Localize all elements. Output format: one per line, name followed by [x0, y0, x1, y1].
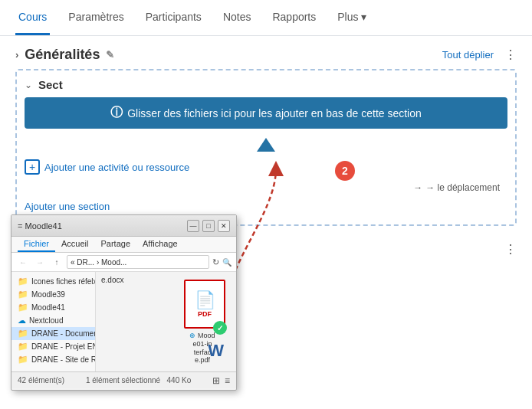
sidebar-item-1[interactable]: 📁 Moodle39	[11, 288, 95, 301]
generalites-menu-icon[interactable]: ⋮	[504, 47, 517, 62]
up-icon: ↑	[55, 258, 59, 267]
add-activity-row[interactable]: + Ajouter une activité ou ressource	[25, 155, 507, 179]
close-icon: ✕	[221, 222, 227, 230]
badge-2-text: 2	[342, 165, 348, 177]
badge-2: 2	[335, 161, 355, 181]
folder-icon: 📁	[18, 276, 28, 286]
back-button[interactable]: ←	[16, 255, 30, 269]
generalites-header: › Généralités ✎ Tout déplier ⋮	[15, 36, 517, 69]
section-chevron-icon[interactable]: ⌄	[25, 80, 32, 90]
pdf-filename: ⊕ Moode01-interface.pdf	[172, 332, 233, 365]
forward-button[interactable]: →	[33, 255, 47, 269]
forward-icon: →	[36, 258, 44, 267]
status-selected: 1 élément sélectionné 440 Ko	[86, 376, 191, 384]
nav-rapports-label: Rapports	[272, 11, 316, 23]
sidebar-label-0: Icones fiches réfelxes	[31, 277, 95, 286]
file-explorer-main: e.docx 📄 PDF ✓ ⊕ Moode01-interface.pdf W	[96, 272, 236, 371]
sidebar-label-nc: Nextcloud	[29, 316, 63, 325]
sidebar-label-5: DRANE - Projet ENT et plateforn	[31, 342, 95, 351]
tab-affichage[interactable]: Affichage	[136, 237, 184, 252]
file-explorer-window: = Moodle41 — □ ✕ Fichier Accueil Partage…	[11, 214, 237, 391]
folder-icon: 📁	[18, 355, 28, 365]
refresh-button[interactable]: ↻	[212, 257, 219, 267]
arrow-area: → → le déplacement	[25, 179, 507, 196]
file-explorer-titlebar: = Moodle41 — □ ✕	[11, 215, 236, 237]
sidebar-item-2[interactable]: 📁 Moodle41	[11, 301, 95, 314]
add-section-link[interactable]: Ajouter une section	[25, 196, 507, 217]
file-explorer-sidebar: 📁 Icones fiches réfelxes 📁 Moodle39 📁 Mo…	[11, 272, 96, 371]
sidebar-item-nextcloud[interactable]: ☁ Nextcloud	[11, 314, 95, 327]
search-icon: 🔍	[222, 258, 232, 267]
sidebar-label-4: DRANE - Documentation partag	[31, 329, 95, 338]
window-controls: — □ ✕	[187, 220, 230, 232]
folder-icon: 📁	[18, 342, 28, 352]
pdf-acrobat-icon: 📄	[195, 290, 215, 310]
sidebar-item-4[interactable]: 📁 DRANE - Documentation partag	[11, 327, 95, 340]
maximize-icon: □	[206, 222, 210, 230]
folder-icon: 📁	[18, 329, 28, 339]
sidebar-item-5[interactable]: 📁 DRANE - Projet ENT et plateforn	[11, 340, 95, 353]
maximize-button[interactable]: □	[202, 220, 215, 232]
tout-deplier-link[interactable]: Tout déplier	[442, 49, 494, 61]
status-selected-text: 1 élément sélectionné	[86, 376, 160, 384]
path-box[interactable]: « DR... › Mood...	[67, 255, 209, 269]
sidebar-label-2: Moodle41	[31, 303, 65, 312]
section-box: ⌄ Sect ⓘ Glisser des fichiers ici pour l…	[15, 69, 517, 226]
path-text: « DR... › Mood...	[71, 258, 126, 267]
list-view-icon[interactable]: ≡	[225, 375, 230, 386]
grid-view-icon[interactable]: ⊞	[212, 375, 220, 386]
chevron-right-icon: ›	[15, 49, 18, 61]
minimize-button[interactable]: —	[187, 220, 199, 232]
tab-affichage-label: Affichage	[143, 239, 178, 248]
tab-partage[interactable]: Partage	[94, 237, 136, 252]
file-item-docx[interactable]: e.docx	[99, 275, 126, 285]
up-arrow-indicator	[25, 135, 507, 155]
nav-cours-label: Cours	[18, 11, 47, 23]
sidebar-item-0[interactable]: 📁 Icones fiches réfelxes	[11, 275, 95, 288]
drag-tooltip: ⓘ Glisser des fichiers ici pour les ajou…	[25, 97, 507, 129]
section-inner-row: ⌄ Sect	[25, 78, 507, 91]
folder-icon: 📁	[18, 290, 28, 299]
nav-participants-label: Participants	[146, 11, 202, 23]
tab-accueil-label: Accueil	[61, 239, 88, 248]
add-activity-plus-btn[interactable]: +	[25, 159, 40, 175]
word-file-icon[interactable]: W	[208, 341, 224, 361]
file-docx-label: e.docx	[101, 276, 123, 284]
tab-accueil[interactable]: Accueil	[55, 237, 94, 252]
edit-icon[interactable]: ✎	[106, 49, 114, 61]
tab-partage-label: Partage	[100, 239, 130, 248]
status-size-text: 440 Ko	[167, 376, 192, 384]
close-button[interactable]: ✕	[218, 220, 230, 232]
nav-cours[interactable]: Cours	[15, 0, 50, 35]
generalites-title-text: Généralités	[25, 47, 100, 63]
pdf-label-text: PDF	[198, 310, 212, 318]
top-navigation: Cours Paramètres Participants Notes Rapp…	[0, 0, 532, 36]
nav-rapports[interactable]: Rapports	[269, 0, 319, 35]
chevron-down-icon: ▾	[361, 11, 366, 23]
section2-menu-icon[interactable]: ⋮	[504, 242, 517, 257]
nav-participants[interactable]: Participants	[143, 0, 205, 35]
ribbon-tabs: Fichier Accueil Partage Affichage	[11, 237, 236, 253]
nav-parametres-label: Paramètres	[68, 11, 123, 23]
address-bar: ← → ↑ « DR... › Mood... ↻ 🔍	[11, 253, 236, 272]
minimize-icon: —	[190, 222, 197, 230]
back-icon: ←	[19, 258, 27, 267]
nav-notes[interactable]: Notes	[220, 0, 255, 35]
nav-plus-label: Plus	[337, 11, 358, 23]
nav-parametres[interactable]: Paramètres	[65, 0, 126, 35]
file-explorer-title: = Moodle41	[18, 221, 62, 231]
status-count-text: 42 élément(s)	[18, 376, 64, 384]
nav-notes-label: Notes	[223, 11, 251, 23]
up-arrow-shape	[257, 138, 275, 152]
folder-icon: 📁	[18, 303, 28, 312]
nav-plus[interactable]: Plus ▾	[334, 0, 369, 35]
drag-tooltip-text: Glisser des fichiers ici pour les ajoute…	[127, 107, 422, 119]
tab-fichier[interactable]: Fichier	[18, 237, 55, 252]
add-activity-label: Ajouter une activité ou ressource	[44, 162, 189, 173]
sidebar-label-1: Moodle39	[31, 290, 65, 299]
sidebar-item-6[interactable]: 📁 DRANE - Site de Reims	[11, 353, 95, 366]
generalites-title: › Généralités ✎	[15, 47, 114, 63]
up-button[interactable]: ↑	[50, 255, 64, 269]
nextcloud-icon: ☁	[18, 316, 26, 326]
info-icon: ⓘ	[110, 105, 123, 121]
